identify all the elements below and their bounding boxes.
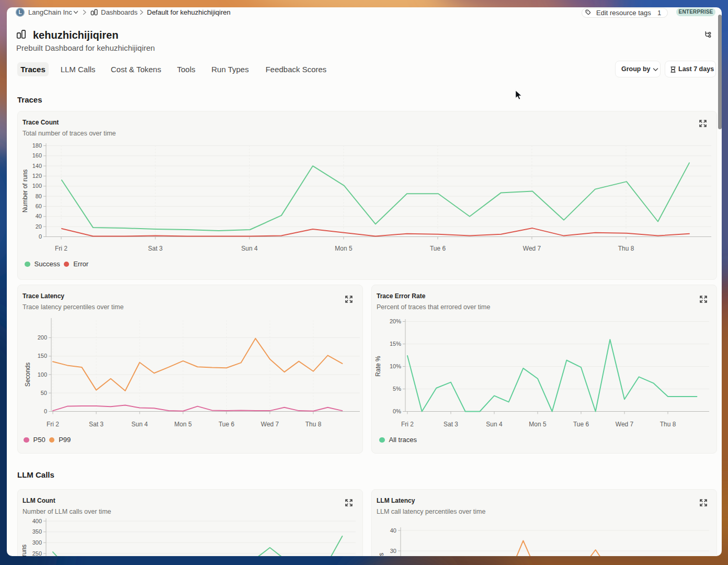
svg-text:Sun 4: Sun 4 bbox=[241, 245, 258, 252]
svg-text:300: 300 bbox=[32, 539, 42, 546]
svg-text:Sat 3: Sat 3 bbox=[89, 421, 104, 428]
svg-text:Sat 3: Sat 3 bbox=[148, 245, 163, 252]
svg-text:Wed 7: Wed 7 bbox=[261, 421, 279, 428]
svg-text:Sun 4: Sun 4 bbox=[486, 421, 503, 428]
svg-text:140: 140 bbox=[32, 163, 42, 169]
svg-text:Fri 2: Fri 2 bbox=[401, 421, 414, 428]
svg-text:350: 350 bbox=[32, 528, 42, 535]
svg-text:Wed 7: Wed 7 bbox=[523, 245, 541, 252]
svg-text:5%: 5% bbox=[393, 386, 401, 392]
svg-text:Seconds: Seconds bbox=[24, 363, 31, 387]
svg-text:100: 100 bbox=[38, 371, 47, 378]
svg-text:20: 20 bbox=[36, 223, 42, 230]
svg-text:Mon 5: Mon 5 bbox=[335, 245, 352, 252]
svg-text:180: 180 bbox=[32, 142, 42, 149]
svg-text:Sun 4: Sun 4 bbox=[131, 421, 148, 428]
svg-text:Number of runs: Number of runs bbox=[20, 545, 28, 556]
svg-text:15%: 15% bbox=[390, 341, 401, 347]
svg-text:Thu 8: Thu 8 bbox=[305, 421, 322, 428]
svg-text:0: 0 bbox=[44, 408, 47, 414]
svg-text:Thu 8: Thu 8 bbox=[660, 421, 676, 428]
svg-text:40: 40 bbox=[390, 527, 396, 534]
svg-text:Seconds: Seconds bbox=[378, 553, 385, 556]
svg-text:50: 50 bbox=[41, 390, 47, 396]
svg-text:160: 160 bbox=[32, 152, 42, 159]
svg-text:Fri 2: Fri 2 bbox=[55, 245, 67, 252]
svg-text:250: 250 bbox=[32, 550, 42, 557]
svg-text:400: 400 bbox=[32, 518, 42, 524]
svg-text:0%: 0% bbox=[393, 408, 401, 414]
svg-text:Wed 7: Wed 7 bbox=[616, 421, 634, 428]
svg-text:80: 80 bbox=[36, 193, 42, 199]
svg-text:0: 0 bbox=[39, 233, 42, 240]
svg-text:Mon 5: Mon 5 bbox=[174, 421, 192, 428]
svg-text:Tue 6: Tue 6 bbox=[573, 421, 589, 428]
svg-text:Sat 3: Sat 3 bbox=[443, 421, 458, 428]
svg-text:40: 40 bbox=[36, 213, 42, 219]
svg-text:10%: 10% bbox=[390, 363, 401, 369]
svg-text:120: 120 bbox=[32, 173, 42, 179]
svg-text:200: 200 bbox=[38, 334, 47, 341]
svg-text:Mon 5: Mon 5 bbox=[529, 421, 547, 428]
svg-text:Thu 8: Thu 8 bbox=[618, 245, 634, 252]
svg-text:Rate %: Rate % bbox=[374, 356, 382, 377]
svg-text:150: 150 bbox=[38, 353, 47, 359]
svg-text:Fri 2: Fri 2 bbox=[47, 421, 59, 428]
svg-text:30: 30 bbox=[390, 548, 396, 554]
svg-text:Tue 6: Tue 6 bbox=[430, 245, 446, 252]
svg-text:60: 60 bbox=[36, 203, 42, 209]
svg-text:Number of runs: Number of runs bbox=[21, 170, 29, 213]
svg-text:Tue 6: Tue 6 bbox=[219, 421, 235, 428]
svg-text:100: 100 bbox=[32, 183, 42, 189]
svg-text:20%: 20% bbox=[390, 318, 401, 324]
